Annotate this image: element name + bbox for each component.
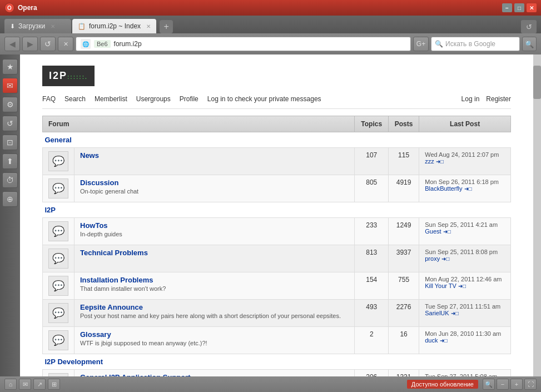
tab-downloads[interactable]: ⬇ Загрузки ✕ — [4, 19, 71, 33]
forum-name-link[interactable]: Eepsite Announce — [80, 303, 349, 311]
forum-last-post: Sun Sep 25, 2011 8:08 pmproxy ➜□ — [419, 245, 511, 272]
tab-history-button[interactable]: ↺ — [521, 20, 537, 33]
tab-downloads-close[interactable]: ✕ — [51, 23, 55, 29]
category-name: General — [43, 132, 511, 148]
post-view-icon: ➜□ — [458, 283, 466, 289]
sidebar-settings[interactable]: ⚙ — [2, 97, 18, 112]
protocol-label: Ве6 — [94, 40, 111, 48]
status-fullscreen[interactable]: ⛶ — [524, 379, 537, 390]
forum-nav: FAQ Search Memberlist Usergroups Profile… — [42, 95, 511, 109]
forum-info-cell: DiscussionOn-topic general chat — [75, 175, 355, 202]
last-post-user-link[interactable]: Kill Your TV — [425, 282, 456, 289]
forum-name-link[interactable]: General I2P Application Support — [80, 373, 349, 376]
table-row: 💬Technical Problems8133937Sun Sep 25, 20… — [43, 245, 511, 272]
sidebar-add[interactable]: ⊕ — [2, 191, 18, 207]
forum-name-link[interactable]: Glossary — [80, 330, 349, 339]
forum-name-link[interactable]: Installation Problems — [80, 276, 349, 284]
forum-name-link[interactable]: Discussion — [80, 178, 349, 187]
reload-button[interactable]: ↺ — [40, 37, 56, 51]
forum-posts-count: 3937 — [388, 245, 419, 272]
tab-forum[interactable]: 📋 forum.i2p ~ Index ✕ — [72, 19, 156, 33]
last-post-user-link[interactable]: Guest — [425, 228, 441, 235]
last-post-user-link[interactable]: proxy — [425, 255, 440, 262]
zoom-area: 🔍 − + ⛶ — [483, 379, 537, 390]
search-engine-icon[interactable]: G+ — [413, 37, 429, 51]
forum-topics-count: 107 — [355, 148, 389, 175]
stop-button[interactable]: ✕ — [58, 37, 73, 51]
forum-icon-cell: 💬 — [43, 327, 75, 354]
forum-posts-count: 2276 — [388, 300, 419, 327]
sidebar-sync[interactable]: ↺ — [2, 116, 18, 131]
close-button[interactable]: ✕ — [527, 3, 537, 12]
address-text: forum.i2p — [114, 40, 142, 48]
forward-button[interactable]: ▶ — [22, 37, 38, 51]
forum-icon: 💬 — [48, 221, 68, 241]
nav-memberlist[interactable]: Memberlist — [95, 95, 127, 103]
zoom-minus-button[interactable]: − — [497, 379, 509, 390]
forum-last-post: Mon Aug 22, 2011 12:46 amKill Your TV ➜□ — [419, 272, 511, 300]
last-post-user-link[interactable]: BlackButterfly — [425, 185, 462, 192]
nav-login[interactable]: Log in — [461, 95, 480, 103]
forum-description: On-topic general chat — [80, 188, 349, 195]
search-placeholder: Искать в Google — [445, 40, 495, 48]
status-update-badge[interactable]: Доступно обновление — [407, 380, 478, 389]
address-bar[interactable]: 🌐 Ве6 forum.i2p — [76, 37, 411, 51]
last-post-user-link[interactable]: zzz — [425, 158, 434, 165]
logo-dots: ::::::. — [67, 74, 88, 80]
logo-text: I2P — [49, 70, 67, 81]
status-feed[interactable]: ⊞ — [48, 379, 60, 390]
forum-last-post: Tue Sep 27, 2011 5:08 am ➜□ — [419, 370, 511, 377]
table-row: 💬HowTosIn-depth guides2331249Sun Sep 25,… — [43, 218, 511, 245]
col-forum: Forum — [43, 116, 355, 132]
forum-topics-count: 206 — [355, 370, 389, 377]
sidebar-bookmarks[interactable]: ★ — [2, 59, 18, 75]
forum-topics-count: 233 — [355, 218, 389, 245]
back-button[interactable]: ◀ — [4, 37, 20, 51]
table-row: 💬Installation ProblemsThat damn installe… — [43, 272, 511, 300]
forum-topics-count: 805 — [355, 175, 389, 202]
forum-topics-count: 493 — [355, 300, 389, 327]
status-mail[interactable]: ✉ — [19, 379, 31, 390]
status-home[interactable]: ⌂ — [4, 379, 17, 390]
search-icon: 🔍 — [435, 40, 443, 48]
forum-description: In-depth guides — [80, 231, 349, 237]
search-bar[interactable]: 🔍 Искать в Google — [431, 37, 520, 51]
add-tab-button[interactable]: + — [160, 20, 173, 33]
minimize-button[interactable]: − — [502, 3, 512, 12]
table-row: 💬GlossaryWTF is jbigi supposed to mean a… — [43, 327, 511, 354]
sidebar-history[interactable]: ⏱ — [2, 172, 18, 188]
last-post-user-link[interactable]: duck — [425, 337, 438, 344]
last-post-user-link[interactable]: SarielUK — [425, 310, 449, 316]
col-topics: Topics — [355, 116, 389, 132]
table-row: 💬General I2P Application SupportQuestion… — [43, 370, 511, 377]
forum-name-link[interactable]: HowTos — [80, 221, 349, 230]
zoom-plus-button[interactable]: + — [510, 379, 523, 390]
forum-name-link[interactable]: News — [80, 151, 349, 160]
category-name: I2P — [43, 202, 511, 218]
forum-last-post: Wed Aug 24, 2011 2:07 pmzzz ➜□ — [419, 148, 511, 175]
sidebar-panels[interactable]: ⊡ — [2, 135, 18, 150]
navigation-bar: ◀ ▶ ↺ ✕ 🌐 Ве6 forum.i2p G+ 🔍 Искать в Go… — [0, 33, 541, 54]
forum-icon: 💬 — [48, 303, 68, 323]
nav-register[interactable]: Register — [486, 95, 511, 103]
nav-faq[interactable]: FAQ — [42, 95, 56, 103]
nav-profile[interactable]: Profile — [180, 95, 198, 103]
restore-button[interactable]: □ — [514, 3, 524, 12]
status-share[interactable]: ↗ — [33, 379, 46, 390]
search-button[interactable]: 🔍 — [522, 37, 537, 51]
forum-icon: 💬 — [48, 178, 68, 199]
forum-info-cell: GlossaryWTF is jbigi supposed to mean an… — [75, 327, 355, 354]
forum-posts-count: 4919 — [388, 175, 419, 202]
nav-private-messages[interactable]: Log in to check your private messages — [207, 95, 321, 103]
forum-icon: 💬 — [48, 276, 68, 296]
forum-topics-count: 813 — [355, 245, 389, 272]
sidebar-transfer[interactable]: ⬆ — [2, 153, 18, 169]
scrollbar[interactable] — [533, 54, 541, 376]
nav-search[interactable]: Search — [64, 95, 86, 103]
nav-usergroups[interactable]: Usergroups — [136, 95, 171, 103]
forum-name-link[interactable]: Technical Problems — [80, 249, 349, 257]
forum-table: Forum Topics Posts Last Post General💬New… — [42, 116, 511, 376]
sidebar-mail[interactable]: ✉ — [2, 78, 18, 93]
tab-forum-label: forum.i2p ~ Index — [89, 22, 141, 30]
tab-forum-close[interactable]: ✕ — [146, 23, 151, 29]
